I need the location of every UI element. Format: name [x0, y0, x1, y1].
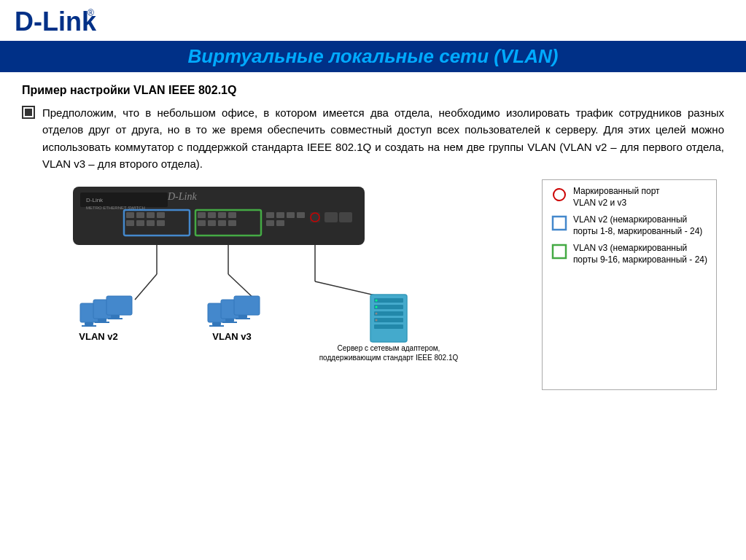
svg-text:Сервер с сетевым адаптером,: Сервер с сетевым адаптером,: [338, 344, 440, 352]
vlan-v2-label: VLAN v2: [79, 331, 117, 342]
svg-rect-71: [553, 217, 566, 230]
svg-rect-7: [136, 212, 144, 218]
content: Пример настройки VLAN IEEE 802.1Q Предпо…: [0, 72, 746, 397]
body-text: Предположим, что в небольшом офисе, в ко…: [42, 104, 724, 172]
legend-green-square-icon: [551, 244, 567, 260]
svg-rect-28: [276, 220, 284, 226]
svg-rect-6: [126, 212, 134, 218]
svg-rect-19: [198, 220, 206, 226]
svg-rect-61: [374, 311, 403, 316]
svg-point-67: [376, 319, 378, 322]
svg-rect-18: [228, 212, 236, 218]
legend-label-tagged: Маркированный порт VLAN v2 и v3: [573, 186, 660, 209]
vlan-v3-label: VLAN v3: [212, 331, 251, 342]
svg-rect-55: [234, 296, 260, 315]
svg-rect-53: [225, 319, 234, 322]
svg-line-35: [135, 274, 157, 300]
dlink-logo-svg: D-Link ®: [15, 6, 102, 36]
legend-blue-square-icon: [551, 215, 567, 231]
svg-rect-20: [208, 220, 216, 226]
svg-rect-46: [106, 296, 132, 315]
svg-point-65: [376, 306, 378, 308]
svg-rect-26: [297, 212, 305, 218]
svg-rect-23: [266, 212, 274, 218]
page-title: Виртуальные локальные сети (VLAN): [15, 45, 731, 68]
svg-rect-17: [218, 212, 226, 218]
svg-rect-8: [147, 212, 155, 218]
legend-item-tagged: Маркированный порт VLAN v2 и v3: [551, 186, 707, 209]
svg-rect-63: [374, 324, 403, 329]
svg-rect-27: [266, 220, 274, 226]
svg-rect-44: [98, 319, 106, 322]
title-bar: Виртуальные локальные сети (VLAN): [0, 41, 746, 72]
legend-circle-icon: [551, 187, 567, 203]
svg-rect-41: [85, 322, 93, 325]
legend-box: Маркированный порт VLAN v2 и v3 VLAN v2 …: [542, 179, 717, 390]
svg-rect-51: [209, 325, 224, 327]
svg-rect-11: [136, 220, 144, 226]
diagram-left: D-Link METRO ETHERNET SWITCH: [29, 179, 527, 390]
legend-item-vlan-v3: VLAN v3 (немаркированный порты 9-16, мар…: [551, 243, 707, 265]
svg-rect-57: [236, 318, 250, 319]
svg-rect-9: [157, 212, 165, 218]
page: D-Link ® Виртуальные локальные сети (VLA…: [0, 0, 746, 560]
svg-rect-59: [374, 298, 403, 303]
svg-point-66: [376, 313, 378, 315]
svg-rect-12: [147, 220, 155, 226]
svg-rect-45: [95, 322, 109, 323]
svg-rect-13: [157, 220, 165, 226]
checkbox-icon: [22, 106, 35, 119]
svg-rect-50: [212, 322, 221, 325]
svg-text:D-Link: D-Link: [167, 191, 197, 202]
svg-text:D-Link: D-Link: [15, 7, 97, 36]
svg-rect-72: [553, 245, 566, 258]
svg-rect-10: [126, 220, 134, 226]
svg-rect-32: [339, 212, 352, 222]
svg-rect-62: [374, 318, 403, 322]
diagram-svg: D-Link METRO ETHERNET SWITCH: [29, 179, 481, 387]
svg-rect-56: [238, 315, 247, 318]
logo: D-Link ®: [15, 6, 102, 36]
svg-text:D-Link: D-Link: [86, 197, 104, 203]
svg-rect-48: [108, 318, 123, 319]
text-block: Предположим, что в небольшом офисе, в ко…: [22, 104, 724, 172]
svg-rect-54: [222, 322, 237, 323]
section-title: Пример настройки VLAN IEEE 802.1Q: [22, 84, 724, 97]
svg-text:поддерживающим стандарт IEEE 8: поддерживающим стандарт IEEE 802.1Q: [319, 354, 459, 362]
legend-item-vlan-v2: VLAN v2 (немаркированный порты 1-8, марк…: [551, 214, 707, 237]
header: D-Link ®: [0, 0, 746, 36]
checkbox-inner: [25, 109, 32, 116]
svg-point-70: [553, 189, 565, 201]
svg-text:®: ®: [88, 8, 94, 18]
svg-rect-21: [218, 220, 226, 226]
svg-rect-42: [82, 325, 96, 327]
legend-label-vlan-v2: VLAN v2 (немаркированный порты 1-8, марк…: [573, 214, 702, 237]
svg-rect-31: [325, 212, 338, 222]
legend-label-vlan-v3: VLAN v3 (немаркированный порты 9-16, мар…: [573, 243, 707, 265]
svg-rect-24: [276, 212, 284, 218]
diagram-area: D-Link METRO ETHERNET SWITCH: [29, 179, 717, 390]
svg-rect-15: [198, 212, 206, 218]
svg-rect-16: [208, 212, 216, 218]
svg-point-64: [376, 300, 378, 302]
svg-rect-29: [310, 212, 320, 222]
svg-rect-22: [228, 220, 236, 226]
svg-rect-25: [287, 212, 295, 218]
svg-rect-60: [374, 305, 403, 309]
svg-rect-47: [111, 315, 120, 318]
